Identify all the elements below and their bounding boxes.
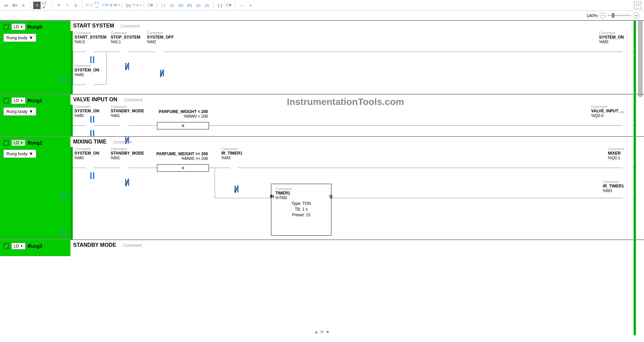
rung-title: START SYSTEM [73, 23, 114, 29]
tb-contact-no-icon[interactable]: ⊢⊣ [86, 2, 93, 9]
rung-content[interactable]: START SYSTEM Comment Comment START_SYSTE… [70, 21, 644, 94]
zoom-percent: 140% [587, 13, 598, 18]
language-select[interactable]: LD▼ [11, 97, 25, 104]
contact-nc-icon[interactable] [232, 186, 240, 192]
contact-no-icon[interactable] [88, 130, 96, 137]
tb-block-icon[interactable]: ☐▾ [147, 2, 154, 9]
check-icon: ✓ [3, 140, 9, 146]
tb-insert-branch-icon[interactable]: ⊟+ [11, 2, 19, 9]
rung-2: ✓ LD▼ Rung2 Rung body▼ MIXING TIME Comme… [0, 136, 644, 239]
check-icon: ✓ [3, 98, 9, 104]
contact-nc-icon[interactable] [123, 63, 131, 70]
tb-contact-p-icon[interactable]: ⊢P⊣ [103, 2, 110, 9]
tb-pointer-icon[interactable]: ↖ [55, 2, 62, 9]
check-icon: ✓ [3, 24, 9, 30]
contact-nc-icon[interactable] [123, 179, 131, 186]
tb-insert-rung-icon[interactable]: ≡+ [3, 2, 10, 9]
tb-contact-nc-icon[interactable]: ⊢/⊣ [94, 2, 102, 9]
rung-3: ✓ LD▼ Rung3 STANDBY MODE Comment [0, 239, 644, 256]
rung-sidebar: ✓ LD▼ Rung1 Rung body▼ [0, 95, 70, 136]
rung-content[interactable]: STANDBY MODE Comment [70, 240, 644, 256]
contact-nc-icon[interactable] [158, 70, 166, 76]
rung-title: STANDBY MODE [73, 242, 116, 248]
timer-block[interactable]: IN Q Comment TIMER1 %TM0 Type: TON TB: 1… [271, 184, 331, 236]
coil-icon[interactable] [60, 76, 69, 83]
rung-name: Rung3 [28, 243, 42, 249]
rung-0: ✓ LD▼ Rung0 Rung body▼ START SYSTEM Comm… [0, 20, 644, 94]
rung-sidebar: ✓ LD▼ Rung0 Rung body▼ [0, 21, 70, 94]
rung-sidebar: ✓ LD▼ Rung3 [0, 240, 70, 256]
zoom-slider[interactable] [608, 15, 631, 16]
zoom-out-button[interactable]: − [600, 12, 606, 18]
check-icon: ✓ [3, 243, 9, 249]
rung-sidebar: ✓ LD▼ Rung2 Rung body▼ [0, 137, 70, 239]
tb-coil-hash2-icon[interactable]: (#) [203, 2, 211, 9]
bottom-collapse-bar[interactable]: ▲ ⟳ ▼ [0, 329, 644, 335]
compare-block[interactable]: < [157, 164, 209, 172]
tb-plus-icon[interactable]: + [247, 2, 254, 9]
compare-block[interactable]: < [157, 122, 209, 129]
collapse-down-icon[interactable]: ▼ [326, 330, 330, 334]
rung-title-comment: Comment [124, 97, 143, 102]
tb-comment-icon[interactable]: -?- [33, 2, 41, 9]
rung-title: MIXING TIME [73, 139, 107, 145]
tb-coil-set-icon[interactable]: (S) [177, 2, 184, 9]
tb-compare-icon[interactable]: [<] [125, 2, 132, 9]
rung-name: Rung2 [28, 140, 42, 146]
rung-title-comment: Comment [121, 23, 140, 28]
collapse-up-icon[interactable]: ▲ [314, 330, 318, 334]
rung-body-select[interactable]: Rung body▼ [3, 34, 36, 42]
tb-label-icon[interactable]: L?↲ [42, 2, 49, 9]
rung-body-select[interactable]: Rung body▼ [3, 150, 36, 158]
tb-minus-icon[interactable]: − [238, 2, 246, 9]
ladder-editor: InstrumentationTools.com ✓ LD▼ Rung0 Run… [0, 20, 644, 335]
tb-erase-icon[interactable]: ◧ [72, 2, 80, 9]
contact-no-icon[interactable] [88, 56, 96, 63]
tb-coil-icon[interactable]: ( ) [160, 2, 167, 9]
tb-coil-neg-icon[interactable]: (/) [168, 2, 176, 9]
tb-xic-icon[interactable]: ⊢x⊣ [133, 2, 141, 9]
zoom-bar: 140% − + [0, 11, 644, 20]
tb-delete-icon[interactable]: ≡- [20, 2, 28, 9]
rung-name: Rung0 [28, 24, 42, 30]
rung-body-select[interactable]: Rung body▼ [3, 107, 36, 116]
zoom-in-button[interactable]: + [633, 12, 639, 18]
coil-icon[interactable] [60, 229, 69, 236]
tb-coil-hash-icon[interactable]: (#) [195, 2, 202, 9]
tb-operate-icon[interactable]: [..] [216, 2, 224, 9]
rung-title: VALVE INPUT ON [73, 97, 117, 103]
rung-name: Rung1 [28, 98, 42, 103]
tb-contact-n-icon[interactable]: ⊢N⊣ [112, 2, 119, 9]
toolbar: ≡+ ⊟+ ≡- -?- L?↲ ↖ ✎ ◧ ⊢⊣ ⊢/⊣ ⊢P⊣ ⊢N⊣ [<… [0, 0, 644, 11]
contact-no-icon[interactable] [88, 172, 96, 179]
rung-1: ✓ LD▼ Rung1 Rung body▼ VALVE INPUT ON Co… [0, 94, 644, 136]
tb-coil-reset-icon[interactable]: (R) [186, 2, 193, 9]
rung-content[interactable]: VALVE INPUT ON Comment Comment SYSTEM_ON… [70, 95, 644, 136]
rung-content[interactable]: MIXING TIME Comment Comment SYSTEM_ON %M… [70, 137, 644, 239]
coil-icon[interactable] [60, 192, 69, 199]
language-select[interactable]: LD▼ [11, 23, 25, 30]
rung-title-comment: Comment [113, 139, 132, 145]
tb-func-icon[interactable]: ☐▾ [225, 2, 232, 9]
refresh-icon[interactable]: ⟳ [320, 330, 324, 334]
tb-draw-icon[interactable]: ✎ [64, 2, 71, 9]
language-select[interactable]: LD▼ [11, 243, 25, 249]
rung-title-comment: Comment [123, 243, 142, 248]
language-select[interactable]: LD▼ [11, 139, 25, 146]
tb-maximize-icon[interactable]: ☐ [634, 2, 641, 9]
